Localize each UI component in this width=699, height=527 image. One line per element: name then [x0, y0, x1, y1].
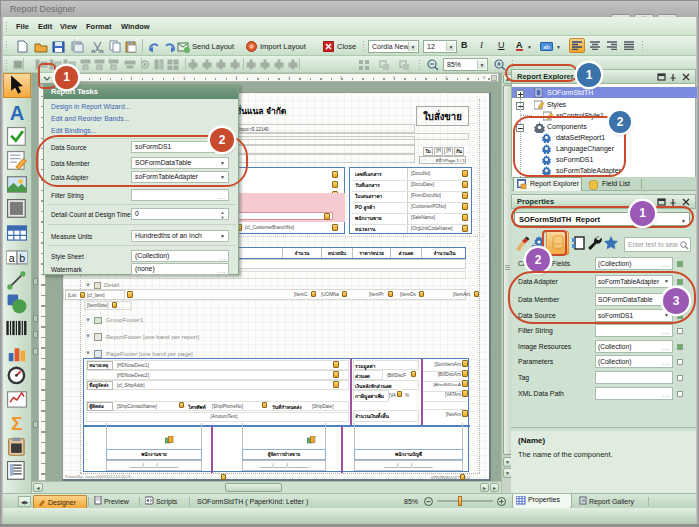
svg-text:A: A — [10, 102, 24, 124]
svg-text:Σ: Σ — [11, 413, 22, 434]
svg-text:a: a — [9, 252, 15, 264]
svg-text:b: b — [19, 252, 25, 264]
